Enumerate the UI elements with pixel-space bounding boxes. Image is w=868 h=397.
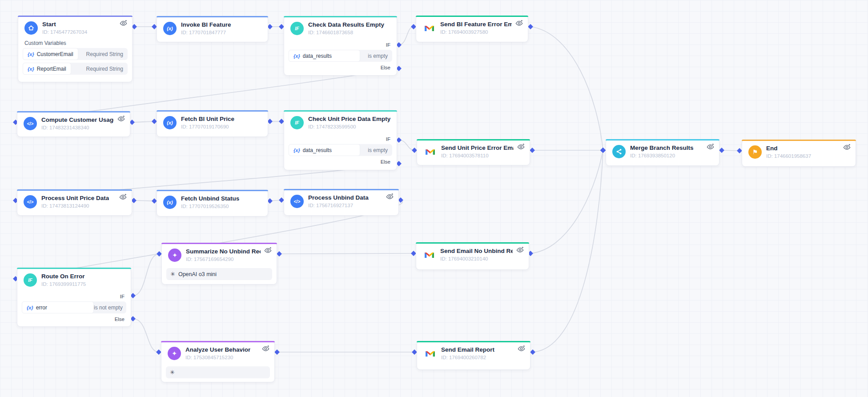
- variable-token: {x}: [293, 148, 300, 153]
- watch-icon[interactable]: [120, 20, 127, 26]
- node-process-unbind-data[interactable]: </> Process Unbind Data ID: 175671692713…: [284, 189, 399, 216]
- node-process-unit-price-data[interactable]: </> Process Unit Price Data ID: 17473813…: [17, 189, 132, 216]
- variable-name: ReportEmail: [37, 66, 66, 72]
- condition-chip: {x} data_results: [289, 50, 360, 62]
- watch-icon[interactable]: [707, 143, 714, 150]
- node-check-data-results-empty[interactable]: IF Check Data Results Empty ID: 17466018…: [284, 16, 397, 76]
- node-check-unit-price-data-empty[interactable]: IF Check Unit Price Data Empty ID: 17478…: [284, 110, 397, 170]
- watch-icon[interactable]: [386, 193, 394, 200]
- home-icon: [24, 21, 38, 35]
- if-icon: IF: [290, 22, 304, 35]
- node-id: ID: 1769393850120: [630, 152, 694, 159]
- node-accent: [157, 110, 268, 112]
- variable-token: {x}: [293, 53, 300, 59]
- edge-send-no-unbind-to-merge: [530, 150, 603, 253]
- workflow-canvas[interactable]: Start ID: 1745477267034 Custom Variables…: [0, 0, 868, 397]
- custom-variables-label: Custom Variables: [24, 40, 126, 46]
- node-accent: [284, 16, 397, 17]
- edge-merge-to-end: [722, 150, 739, 151]
- condition-operator: is empty: [368, 147, 388, 153]
- variable-meta: Required String: [86, 51, 123, 57]
- variable-token: {x}: [27, 305, 33, 310]
- else-branch-label: Else: [284, 64, 397, 71]
- watch-icon[interactable]: [117, 115, 125, 122]
- condition-row: {x} data_results is empty: [289, 144, 392, 156]
- variable-chip: {x} ReportEmail: [23, 63, 71, 75]
- node-merge-branch-results[interactable]: Merge Branch Results ID: 1769393850120: [606, 139, 719, 166]
- condition-variable: error: [36, 305, 47, 311]
- node-accent: [417, 139, 530, 140]
- node-accent: [157, 190, 268, 191]
- gmail-icon: [422, 21, 436, 35]
- watch-icon[interactable]: [518, 345, 525, 352]
- node-title: Send Unit Price Error Email: [441, 144, 514, 152]
- code-icon: </>: [24, 195, 37, 209]
- gmail-icon: [422, 248, 436, 261]
- edge-send-bi-to-merge: [530, 27, 603, 150]
- edge-route-else-to-analyze: [133, 319, 159, 352]
- node-accent: [416, 242, 529, 244]
- watch-icon[interactable]: [843, 144, 851, 150]
- node-id: ID: 1769400260782: [441, 354, 494, 361]
- node-title: Check Data Results Empty: [308, 21, 384, 28]
- code-icon: </>: [24, 117, 37, 130]
- if-branch-label: IF: [284, 136, 397, 142]
- ai-sparkle-icon: ✦: [168, 347, 181, 360]
- node-send-bi-feature-error-email[interactable]: Send BI Feature Error Email ID: 17694003…: [416, 16, 528, 42]
- watch-icon[interactable]: [517, 143, 525, 150]
- node-accent: [161, 243, 277, 244]
- node-accent: [742, 140, 856, 141]
- node-title: Check Unit Price Data Empty: [308, 115, 390, 123]
- node-send-email-no-unbind-report[interactable]: Send Email No Unbind Report ID: 17694003…: [416, 242, 529, 270]
- node-invoke-bi-feature[interactable]: (x) Invoke BI Feature ID: 1770701847777: [157, 16, 268, 42]
- watch-icon[interactable]: [264, 247, 272, 253]
- edge-check-data-if-to-send-bi: [399, 27, 414, 45]
- node-compute-customer-usage[interactable]: </> Compute Customer Usage M... ID: 1748…: [17, 111, 130, 137]
- node-title: Send BI Feature Error Email: [440, 20, 512, 28]
- node-fetch-bi-unit-price[interactable]: (x) Fetch BI Unit Price ID: 177070191706…: [157, 110, 268, 137]
- condition-chip: {x} data_results: [289, 144, 360, 156]
- node-send-unit-price-error-email[interactable]: Send Unit Price Error Email ID: 17694003…: [417, 139, 530, 165]
- watch-icon[interactable]: [515, 20, 523, 26]
- node-id: ID: 17694003927580: [440, 29, 512, 36]
- if-branch-label: IF: [284, 42, 397, 48]
- node-summarize-no-unbind-records[interactable]: ✦ Summarize No Unbind Records ID: 175671…: [161, 243, 277, 285]
- condition-operator: is empty: [368, 53, 388, 59]
- edge-compute-to-fetch-bi: [132, 121, 154, 122]
- if-icon: IF: [24, 273, 37, 287]
- watch-icon[interactable]: [119, 193, 127, 200]
- edge-fetch-unbind-to-process-unbind: [270, 200, 281, 201]
- node-title: Send Email No Unbind Report: [440, 247, 513, 255]
- condition-variable: data_results: [303, 147, 332, 153]
- node-id: ID: 1746601873658: [308, 29, 384, 36]
- node-id: ID: 1745477267034: [42, 29, 87, 36]
- node-end[interactable]: ⚑ End ID: 1746601958637: [742, 140, 856, 167]
- node-start[interactable]: Start ID: 1745477267034 Custom Variables…: [18, 16, 133, 82]
- openai-icon: ✳: [170, 271, 175, 277]
- node-id: ID: 1746601958637: [766, 153, 811, 160]
- else-branch-label: Else: [284, 159, 397, 165]
- edge-route-if-to-summarize: [133, 254, 159, 296]
- node-accent: [17, 189, 132, 191]
- node-accent: [416, 16, 528, 17]
- node-send-email-report[interactable]: Send Email Report ID: 1769400260782: [417, 341, 530, 370]
- node-analyze-user-behavior[interactable]: ✦ Analyze User Behavior ID: 175308457152…: [161, 341, 275, 382]
- node-title: Send Email Report: [441, 346, 494, 353]
- node-id: ID: 17473813124490: [41, 203, 109, 209]
- edge-summarize-to-send-no-unbind: [279, 253, 414, 254]
- model-name: OpenAI o3 mini: [178, 271, 217, 277]
- variable-token: {x}: [28, 52, 34, 57]
- variable-token: {x}: [28, 66, 34, 72]
- node-id: ID: 1756716927137: [308, 202, 369, 209]
- condition-row: {x} data_results is empty: [289, 50, 392, 62]
- variable-name: CustomerEmail: [37, 51, 73, 57]
- variable-row: {x} ReportEmail Required String: [23, 63, 128, 75]
- node-fetch-unbind-status[interactable]: (x) Fetch Unbind Status ID: 177070195263…: [157, 190, 268, 217]
- node-title: Start: [42, 20, 87, 28]
- node-accent: [161, 341, 275, 342]
- node-route-on-error[interactable]: IF Route On Error ID: 1769399911775 IF {…: [17, 268, 131, 327]
- node-title: Compute Customer Usage M...: [41, 116, 114, 124]
- watch-icon[interactable]: [516, 246, 524, 253]
- edge-send-report-to-merge: [533, 150, 603, 352]
- watch-icon[interactable]: [262, 345, 269, 352]
